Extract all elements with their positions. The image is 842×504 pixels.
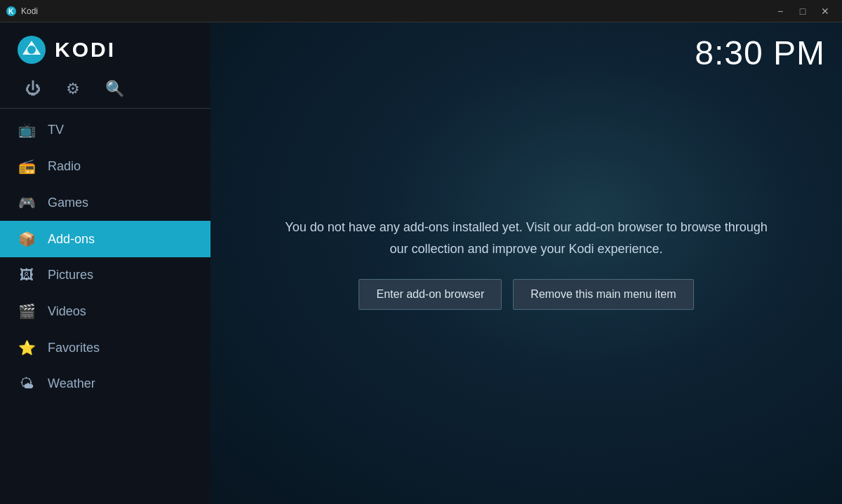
app-container: KODI ⏻ ⚙ 🔍 📺 TV 📻 Radio 🎮 Games 📦 Add-on… bbox=[0, 22, 842, 504]
pictures-icon: 🖼 bbox=[17, 267, 36, 283]
sidebar-item-addons[interactable]: 📦 Add-ons bbox=[0, 221, 210, 257]
games-icon: 🎮 bbox=[17, 194, 36, 211]
clock-display: 8:30 PM bbox=[695, 34, 825, 72]
sidebar-item-tv[interactable]: 📺 TV bbox=[0, 111, 210, 148]
titlebar: K Kodi − □ ✕ bbox=[0, 0, 842, 22]
empty-state-container: You do not have any add-ons installed ye… bbox=[210, 22, 842, 504]
svg-point-4 bbox=[27, 46, 36, 54]
sidebar-item-favorites-label: Favorites bbox=[48, 341, 100, 355]
maximize-button[interactable]: □ bbox=[791, 1, 814, 21]
power-icon[interactable]: ⏻ bbox=[25, 80, 41, 98]
logo-area: KODI bbox=[0, 22, 210, 74]
videos-icon: 🎬 bbox=[17, 303, 36, 320]
sidebar-item-pictures[interactable]: 🖼 Pictures bbox=[0, 257, 210, 293]
remove-menu-item-button[interactable]: Remove this main menu item bbox=[513, 279, 693, 310]
kodi-logo-icon bbox=[17, 35, 46, 64]
sidebar-item-addons-label: Add-ons bbox=[48, 232, 95, 247]
main-content: 8:30 PM You do not have any add-ons inst… bbox=[210, 22, 842, 504]
kodi-app-icon: K bbox=[6, 6, 17, 17]
sidebar-item-radio-label: Radio bbox=[48, 159, 81, 174]
sidebar-item-weather-label: Weather bbox=[48, 376, 95, 391]
close-button[interactable]: ✕ bbox=[814, 1, 836, 21]
weather-icon: 🌤 bbox=[17, 376, 36, 392]
sidebar-item-radio[interactable]: 📻 Radio bbox=[0, 148, 210, 184]
sidebar-item-favorites[interactable]: ⭐ Favorites bbox=[0, 329, 210, 366]
settings-icon[interactable]: ⚙ bbox=[66, 80, 80, 98]
sidebar-item-games-label: Games bbox=[48, 196, 88, 210]
favorites-icon: ⭐ bbox=[17, 339, 36, 356]
sidebar-item-pictures-label: Pictures bbox=[48, 268, 93, 282]
sidebar-toolbar: ⏻ ⚙ 🔍 bbox=[0, 74, 210, 108]
minimize-button[interactable]: − bbox=[769, 1, 791, 21]
sidebar: KODI ⏻ ⚙ 🔍 📺 TV 📻 Radio 🎮 Games 📦 Add-on… bbox=[0, 22, 210, 504]
window-controls: − □ ✕ bbox=[769, 1, 836, 21]
sidebar-item-games[interactable]: 🎮 Games bbox=[0, 184, 210, 221]
sidebar-item-weather[interactable]: 🌤 Weather bbox=[0, 366, 210, 402]
window-title: Kodi bbox=[21, 6, 38, 16]
sidebar-item-tv-label: TV bbox=[48, 123, 64, 137]
radio-icon: 📻 bbox=[17, 158, 36, 175]
titlebar-left: K Kodi bbox=[6, 6, 38, 17]
sidebar-divider bbox=[0, 108, 210, 109]
sidebar-item-videos[interactable]: 🎬 Videos bbox=[0, 293, 210, 329]
svg-text:K: K bbox=[8, 8, 14, 15]
tv-icon: 📺 bbox=[17, 121, 36, 138]
search-icon[interactable]: 🔍 bbox=[105, 80, 124, 98]
empty-state-message: You do not have any add-ons installed ye… bbox=[281, 217, 772, 259]
action-buttons: Enter add-on browser Remove this main me… bbox=[359, 279, 693, 310]
kodi-brand-text: KODI bbox=[55, 38, 116, 62]
sidebar-item-videos-label: Videos bbox=[48, 304, 86, 319]
enter-addon-browser-button[interactable]: Enter add-on browser bbox=[359, 279, 502, 310]
addons-icon: 📦 bbox=[17, 231, 36, 247]
